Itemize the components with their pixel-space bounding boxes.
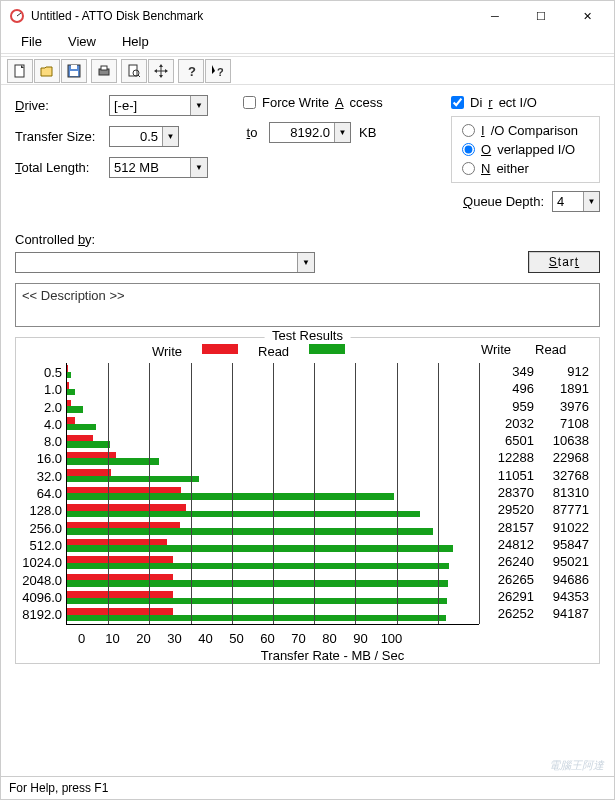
transfer-to-select[interactable]: ▼ xyxy=(269,122,351,143)
svg-text:?: ? xyxy=(188,64,196,79)
toolbar: ? ? xyxy=(1,57,614,85)
transfer-size-label: Transfer Size: xyxy=(15,129,101,144)
chevron-down-icon[interactable]: ▼ xyxy=(190,158,207,177)
menu-view[interactable]: View xyxy=(56,33,108,50)
close-button[interactable]: ✕ xyxy=(564,1,610,31)
whatsthis-icon[interactable]: ? xyxy=(205,59,231,83)
minimize-button[interactable]: ─ xyxy=(472,1,518,31)
move-icon[interactable] xyxy=(148,59,174,83)
controlled-by-select[interactable]: ▼ xyxy=(15,252,315,273)
queue-depth-label: Queue Depth: xyxy=(463,194,544,209)
y-axis-labels: 0.51.02.04.08.016.032.064.0128.0256.0512… xyxy=(20,363,66,625)
print-icon[interactable] xyxy=(91,59,117,83)
chevron-down-icon[interactable]: ▼ xyxy=(162,127,178,146)
watermark: 電腦王阿達 xyxy=(549,758,604,773)
menu-file[interactable]: File xyxy=(9,33,54,50)
new-icon[interactable] xyxy=(7,59,33,83)
chart-area: 0.51.02.04.08.016.032.064.0128.0256.0512… xyxy=(16,363,599,631)
svg-line-9 xyxy=(138,75,140,77)
open-icon[interactable] xyxy=(34,59,60,83)
total-length-label: Total Length: xyxy=(15,160,101,175)
title-bar: Untitled - ATTO Disk Benchmark ─ ☐ ✕ xyxy=(1,1,614,31)
svg-rect-6 xyxy=(101,66,107,70)
chevron-down-icon[interactable]: ▼ xyxy=(583,192,599,211)
chevron-down-icon[interactable]: ▼ xyxy=(190,96,207,115)
menu-bar: File View Help xyxy=(1,31,614,51)
drive-label: Drive: xyxy=(15,98,101,113)
values-header: WriteRead xyxy=(481,342,599,357)
window-title: Untitled - ATTO Disk Benchmark xyxy=(31,9,472,23)
force-write-checkbox[interactable]: Force Write Access xyxy=(243,95,383,110)
plot-area xyxy=(66,363,479,625)
maximize-button[interactable]: ☐ xyxy=(518,1,564,31)
drive-select[interactable]: ▼ xyxy=(109,95,208,116)
neither-radio[interactable]: Neither xyxy=(462,161,589,176)
preview-icon[interactable] xyxy=(121,59,147,83)
x-axis-labels: 0102030405060708090100 xyxy=(66,631,599,646)
total-length-select[interactable]: ▼ xyxy=(109,157,208,178)
description-field[interactable]: << Description >> xyxy=(15,283,600,327)
queue-depth-select[interactable]: ▼ xyxy=(552,191,600,212)
chevron-down-icon[interactable]: ▼ xyxy=(297,253,314,272)
chevron-down-icon[interactable]: ▼ xyxy=(334,123,350,142)
svg-rect-4 xyxy=(71,65,77,69)
app-icon xyxy=(9,8,25,24)
chart-legend: Write Read xyxy=(16,342,481,363)
write-swatch xyxy=(202,344,238,354)
status-bar: For Help, press F1 xyxy=(1,776,614,799)
direct-io-checkbox[interactable]: Direct I/O xyxy=(451,95,537,110)
to-label: to xyxy=(243,125,261,140)
results-label: Test Results xyxy=(264,328,351,343)
controlled-by-label: Controlled by: xyxy=(15,232,95,247)
save-icon[interactable] xyxy=(61,59,87,83)
x-axis-title: Transfer Rate - MB / Sec xyxy=(66,648,599,663)
menu-help[interactable]: Help xyxy=(110,33,161,50)
read-swatch xyxy=(309,344,345,354)
kb-label: KB xyxy=(359,125,376,140)
help-icon[interactable]: ? xyxy=(178,59,204,83)
start-button[interactable]: Start xyxy=(528,251,600,273)
io-comparison-radio[interactable]: I/O Comparison xyxy=(462,123,589,138)
transfer-from-select[interactable]: ▼ xyxy=(109,126,179,147)
io-mode-group: I/O Comparison Overlapped I/O Neither xyxy=(451,116,600,183)
overlapped-io-radio[interactable]: Overlapped I/O xyxy=(462,142,589,157)
svg-rect-3 xyxy=(70,71,78,76)
values-column: 3499124961891959397620327108650110638122… xyxy=(479,363,591,625)
svg-text:?: ? xyxy=(217,66,224,78)
results-panel: Test Results Write Read WriteRead 0.51.0… xyxy=(15,337,600,664)
